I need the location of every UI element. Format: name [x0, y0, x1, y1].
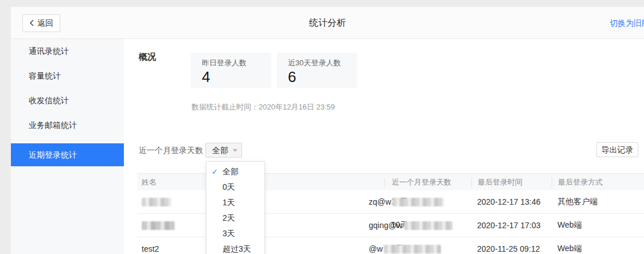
- cell-last-login-method: Web端: [552, 244, 644, 254]
- stat-card-value: 4: [202, 69, 271, 84]
- data-cutoff-note: 数据统计截止时间：2020年12月16日 23:59: [192, 102, 335, 112]
- dropdown-option-label: 3天: [223, 229, 235, 238]
- sidebar-item-mail-send-receive-stats[interactable]: 收发信统计: [11, 88, 124, 113]
- dropdown-option-1-day[interactable]: 1天: [206, 195, 264, 210]
- dropdown-option-label: 2天: [223, 213, 235, 222]
- redacted-account-blur: [392, 198, 444, 206]
- redacted-name-blur: [142, 221, 175, 230]
- top-bar: 返回 统计分析 切换为旧版: [11, 7, 644, 39]
- dropdown-option-3-days[interactable]: 3天: [206, 226, 264, 241]
- cell-last-login-time: 2020-12-17 13:46: [471, 197, 552, 206]
- dropdown-selected-value: 全部: [212, 143, 228, 157]
- overview-section-label: 概况: [139, 52, 156, 62]
- cell-last-login-method: Web端: [552, 220, 644, 230]
- dropdown-option-label: 0天: [223, 182, 235, 192]
- sidebar-item-contacts-stats[interactable]: 通讯录统计: [11, 39, 124, 64]
- dropdown-option-label: 全部: [223, 167, 239, 176]
- caret-down-icon: [233, 149, 237, 152]
- overview-cards: 昨日登录人数 4 近30天登录人数 6: [191, 53, 357, 88]
- dropdown-option-all[interactable]: ✓ 全部: [206, 164, 264, 179]
- cell-last-login-time: 2020-11-25 09:12: [471, 244, 552, 253]
- stat-card-value: 6: [288, 69, 357, 84]
- redacted-account-blur: [384, 245, 441, 253]
- sidebar-item-recent-login-stats[interactable]: 近期登录统计: [11, 143, 124, 166]
- login-days-filter-label: 近一个月登录天数：: [139, 143, 211, 158]
- export-records-button[interactable]: 导出记录: [596, 142, 638, 157]
- column-header-last-login-time: 最后登录时间: [471, 178, 552, 187]
- account-fragment: @w: [369, 244, 383, 253]
- sidebar-item-capacity-stats[interactable]: 容量统计: [11, 64, 124, 88]
- chevron-left-icon: [29, 19, 34, 28]
- dropdown-option-2-days[interactable]: 2天: [206, 210, 264, 226]
- redacted-account-blur: [404, 221, 452, 230]
- cell-last-login-method: 其他客户端: [552, 197, 644, 207]
- column-header-last-login-method: 最后登录方式: [552, 178, 644, 187]
- column-header-login-days: 近一个月登录天数: [384, 178, 471, 187]
- back-button[interactable]: 返回: [22, 14, 60, 32]
- page-title: 统计分析: [309, 7, 346, 39]
- switch-to-old-version-link[interactable]: 切换为旧版: [610, 7, 644, 39]
- redacted-name-blur: [142, 198, 171, 206]
- stat-card-label: 昨日登录人数: [202, 58, 271, 68]
- sidebar-item-business-mailbox-stats[interactable]: 业务邮箱统计: [11, 113, 124, 138]
- login-days-dropdown-trigger[interactable]: 全部: [205, 143, 242, 158]
- check-icon: ✓: [212, 164, 218, 179]
- dropdown-option-over-3-days[interactable]: 超过3天: [206, 241, 264, 254]
- dropdown-option-label: 1天: [223, 198, 235, 207]
- stat-card-yesterday-logins: 昨日登录人数 4: [191, 53, 271, 88]
- sidebar: 通讯录统计 容量统计 收发信统计 业务邮箱统计 近期登录统计: [11, 39, 124, 254]
- main-panel: 返回 统计分析 切换为旧版 通讯录统计 容量统计 收发信统计 业务邮箱统计 近期…: [11, 7, 644, 254]
- login-days-dropdown-menu: ✓ 全部 0天 1天 2天 3天 超过3天: [206, 161, 265, 254]
- dropdown-option-label: 超过3天: [223, 244, 251, 253]
- dropdown-option-0-days[interactable]: 0天: [206, 179, 264, 195]
- back-button-label: 返回: [37, 18, 53, 29]
- stat-card-30day-logins: 近30天登录人数 6: [277, 53, 357, 88]
- cell-last-login-time: 2020-12-17 17:03: [471, 221, 552, 230]
- stat-card-label: 近30天登录人数: [288, 58, 357, 68]
